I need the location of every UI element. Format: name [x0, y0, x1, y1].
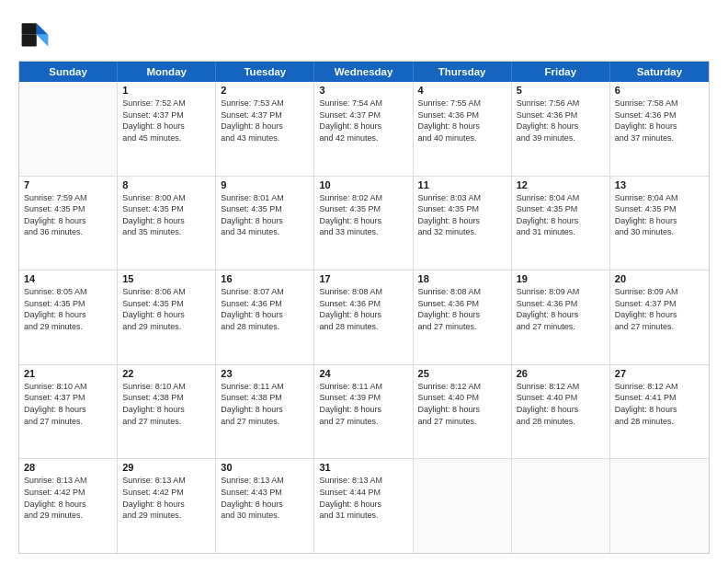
- cell-info-line: Sunrise: 8:08 AM: [418, 286, 506, 298]
- cell-info-line: Sunrise: 7:58 AM: [615, 98, 704, 109]
- cell-info-line: Daylight: 8 hours: [319, 215, 407, 227]
- day-cell-16: 16Sunrise: 8:07 AMSunset: 4:36 PMDayligh…: [216, 270, 314, 364]
- cell-info-line: and 33 minutes.: [319, 226, 407, 238]
- calendar-body: 1Sunrise: 7:52 AMSunset: 4:37 PMDaylight…: [19, 82, 709, 553]
- cell-info-line: Daylight: 8 hours: [615, 121, 704, 132]
- cell-info-line: and 31 minutes.: [517, 226, 605, 238]
- cell-info-line: Sunrise: 8:09 AM: [517, 286, 605, 298]
- calendar-row-0: 1Sunrise: 7:52 AMSunset: 4:37 PMDaylight…: [19, 82, 709, 176]
- calendar-header: SundayMondayTuesdayWednesdayThursdayFrid…: [19, 62, 709, 82]
- weekday-header-tuesday: Tuesday: [216, 62, 314, 82]
- day-cell-23: 23Sunrise: 8:11 AMSunset: 4:38 PMDayligh…: [216, 365, 314, 459]
- cell-info-line: Daylight: 8 hours: [517, 121, 605, 132]
- cell-info-line: Sunset: 4:37 PM: [319, 109, 407, 121]
- day-cell-26: 26Sunrise: 8:12 AMSunset: 4:40 PMDayligh…: [512, 365, 610, 459]
- day-cell-22: 22Sunrise: 8:10 AMSunset: 4:38 PMDayligh…: [118, 365, 216, 459]
- cell-info-line: Sunset: 4:36 PM: [418, 109, 506, 121]
- day-number: 12: [517, 179, 605, 190]
- cell-info-line: Sunrise: 8:04 AM: [615, 192, 704, 204]
- cell-info-line: Sunset: 4:35 PM: [517, 203, 605, 215]
- cell-info-line: and 40 minutes.: [418, 132, 506, 144]
- cell-info-line: Sunrise: 7:56 AM: [517, 98, 605, 109]
- cell-info-line: Sunrise: 7:55 AM: [418, 98, 506, 109]
- day-number: 21: [24, 368, 112, 379]
- cell-info-line: Sunrise: 8:06 AM: [122, 286, 210, 298]
- calendar-row-4: 28Sunrise: 8:13 AMSunset: 4:42 PMDayligh…: [19, 458, 709, 553]
- cell-info-line: Daylight: 8 hours: [221, 499, 309, 511]
- cell-info-line: Sunset: 4:35 PM: [615, 203, 704, 215]
- cell-info-line: Sunrise: 8:11 AM: [221, 381, 309, 393]
- day-cell-25: 25Sunrise: 8:12 AMSunset: 4:40 PMDayligh…: [414, 365, 512, 459]
- calendar-row-1: 7Sunrise: 7:59 AMSunset: 4:35 PMDaylight…: [19, 176, 709, 270]
- day-cell-13: 13Sunrise: 8:04 AMSunset: 4:35 PMDayligh…: [610, 177, 709, 270]
- cell-info-line: Sunset: 4:42 PM: [122, 487, 210, 499]
- day-number: 29: [122, 462, 210, 473]
- cell-info-line: and 28 minutes.: [221, 321, 309, 333]
- cell-info-line: Daylight: 8 hours: [122, 404, 210, 416]
- day-cell-21: 21Sunrise: 8:10 AMSunset: 4:37 PMDayligh…: [19, 365, 118, 459]
- cell-info-line: Sunrise: 8:10 AM: [24, 381, 112, 393]
- cell-info-line: Sunrise: 8:13 AM: [122, 475, 210, 487]
- cell-info-line: Sunrise: 7:59 AM: [24, 192, 112, 204]
- cell-info-line: Sunrise: 8:12 AM: [615, 381, 704, 393]
- day-number: 19: [517, 273, 605, 284]
- day-cell-4: 4Sunrise: 7:55 AMSunset: 4:36 PMDaylight…: [414, 82, 512, 176]
- day-cell-28: 28Sunrise: 8:13 AMSunset: 4:42 PMDayligh…: [19, 459, 118, 553]
- calendar: SundayMondayTuesdayWednesdayThursdayFrid…: [18, 61, 710, 554]
- cell-info-line: and 27 minutes.: [24, 416, 112, 428]
- day-number: 1: [122, 85, 210, 96]
- weekday-header-friday: Friday: [512, 62, 610, 82]
- cell-info-line: Sunset: 4:43 PM: [221, 487, 309, 499]
- day-number: 10: [319, 179, 407, 190]
- cell-info-line: Daylight: 8 hours: [221, 404, 309, 416]
- calendar-row-2: 14Sunrise: 8:05 AMSunset: 4:35 PMDayligh…: [19, 270, 709, 364]
- cell-info-line: Daylight: 8 hours: [24, 309, 112, 321]
- cell-info-line: Sunset: 4:40 PM: [517, 392, 605, 404]
- cell-info-line: and 29 minutes.: [24, 510, 112, 522]
- day-cell-18: 18Sunrise: 8:08 AMSunset: 4:36 PMDayligh…: [414, 270, 512, 364]
- cell-info-line: Sunrise: 8:01 AM: [221, 192, 309, 204]
- day-number: 24: [319, 368, 407, 379]
- cell-info-line: Daylight: 8 hours: [122, 121, 210, 132]
- day-number: 28: [24, 462, 112, 473]
- cell-info-line: and 36 minutes.: [24, 226, 112, 238]
- cell-info-line: Sunset: 4:35 PM: [418, 203, 506, 215]
- weekday-header-wednesday: Wednesday: [314, 62, 413, 82]
- cell-info-line: Daylight: 8 hours: [319, 309, 407, 321]
- day-cell-15: 15Sunrise: 8:06 AMSunset: 4:35 PMDayligh…: [118, 270, 216, 364]
- day-number: 18: [418, 273, 506, 284]
- day-number: 23: [221, 368, 309, 379]
- cell-info-line: Sunset: 4:35 PM: [24, 298, 112, 310]
- cell-info-line: Daylight: 8 hours: [122, 215, 210, 227]
- cell-info-line: and 27 minutes.: [517, 321, 605, 333]
- cell-info-line: Daylight: 8 hours: [615, 215, 704, 227]
- svg-rect-2: [22, 23, 37, 35]
- day-number: 16: [221, 273, 309, 284]
- day-number: 15: [122, 273, 210, 284]
- cell-info-line: Sunset: 4:36 PM: [517, 109, 605, 121]
- cell-info-line: Daylight: 8 hours: [517, 215, 605, 227]
- cell-info-line: Sunset: 4:40 PM: [418, 392, 506, 404]
- cell-info-line: Sunset: 4:37 PM: [24, 392, 112, 404]
- header: [18, 17, 710, 50]
- day-number: 7: [24, 179, 112, 190]
- day-cell-29: 29Sunrise: 8:13 AMSunset: 4:42 PMDayligh…: [118, 459, 216, 553]
- cell-info-line: Sunrise: 8:12 AM: [517, 381, 605, 393]
- cell-info-line: and 43 minutes.: [221, 132, 309, 144]
- cell-info-line: and 30 minutes.: [615, 226, 704, 238]
- cell-info-line: and 37 minutes.: [615, 132, 704, 144]
- day-number: 9: [221, 179, 309, 190]
- cell-info-line: Sunrise: 7:53 AM: [221, 98, 309, 109]
- logo: [18, 17, 55, 50]
- svg-rect-3: [22, 35, 37, 47]
- day-number: 22: [122, 368, 210, 379]
- svg-marker-1: [37, 35, 49, 47]
- day-cell-27: 27Sunrise: 8:12 AMSunset: 4:41 PMDayligh…: [610, 365, 709, 459]
- day-cell-9: 9Sunrise: 8:01 AMSunset: 4:35 PMDaylight…: [216, 177, 314, 270]
- cell-info-line: Daylight: 8 hours: [122, 309, 210, 321]
- cell-info-line: Daylight: 8 hours: [24, 215, 112, 227]
- cell-info-line: Sunrise: 8:04 AM: [517, 192, 605, 204]
- cell-info-line: Daylight: 8 hours: [615, 404, 704, 416]
- empty-cell: [414, 459, 512, 553]
- day-cell-10: 10Sunrise: 8:02 AMSunset: 4:35 PMDayligh…: [314, 177, 413, 270]
